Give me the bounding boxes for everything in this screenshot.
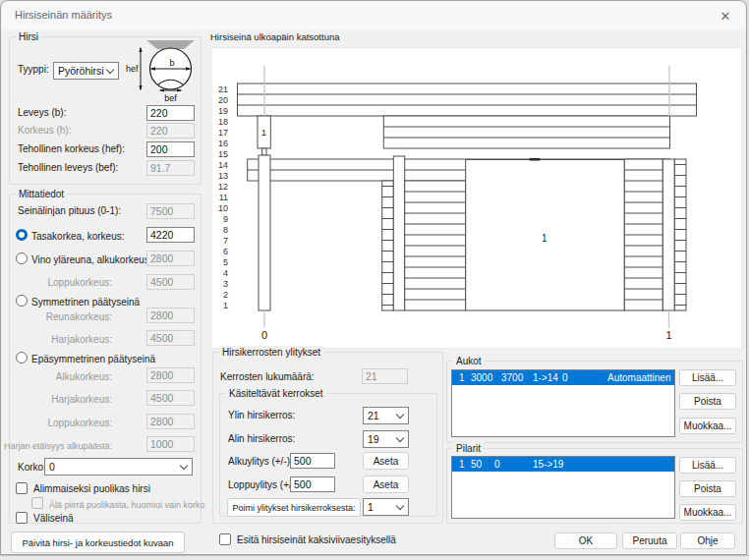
pilarit-muokkaa-button[interactable]: Muokkaa... (679, 504, 736, 521)
alin-hirsikerros-select[interactable]: 19 (363, 430, 409, 448)
tasakorkea-radio[interactable] (16, 229, 28, 241)
kerrosten-lukumaara-label: Kerrosten lukumäärä: (220, 371, 315, 383)
epasymmetrinen-radio[interactable] (16, 352, 28, 364)
paivita-button[interactable]: Päivitä hirsi- ja korkeustiedot kuvaan (11, 532, 185, 553)
korko-select[interactable]: 0 (44, 458, 193, 476)
symmetrinen-radio[interactable] (16, 295, 28, 307)
tehollinen-korkeus-field[interactable]: 200 (146, 141, 195, 157)
row-number-label: 17 (218, 128, 228, 138)
alkuylitys-field[interactable]: 500 (290, 453, 335, 469)
epasymmetrinen-label: Epäsymmetrinen päätyseinä (31, 354, 155, 365)
log-wall-dialog: Hirsiseinän määritys ✕ Hirsi Tyyppi: Pyö… (0, 0, 747, 555)
ohje-button[interactable]: Ohje (680, 532, 735, 549)
aukot-lisaa-button[interactable]: Lisää... (679, 369, 736, 386)
pilarit-list-row[interactable]: 1 50 0 15->19 (452, 457, 674, 472)
row-number-label: 11 (219, 193, 228, 202)
aseta-alkuylitys-button[interactable]: Aseta (363, 452, 409, 470)
korkeus-label: Korkeus (h): (18, 125, 71, 137)
chevron-down-icon (106, 66, 114, 74)
korkeus-field: 220 (146, 123, 195, 139)
aukot-poista-button[interactable]: Poista (679, 393, 736, 410)
tehollinen-korkeus-label: Tehollinen korkeus (hef): (18, 143, 125, 155)
wall-start-label: 0 (261, 329, 267, 341)
pilarit-lisaa-button[interactable]: Lisää... (679, 457, 736, 474)
ylin-hirsikerros-select[interactable]: 21 (363, 407, 409, 424)
harjakorkeus2-label: Harjakorkeus: (18, 394, 112, 406)
row-number-label: 18 (218, 117, 228, 127)
row-numbers: 212019181716151413121110987654321 (218, 84, 228, 310)
pilari-position: 0 (494, 459, 500, 470)
hirsi-group-legend: Hirsi (16, 30, 41, 43)
opening-1-label: 1 (542, 233, 547, 244)
row-number-label: 19 (218, 106, 228, 116)
ylitykset-group: Hirsikerrosten ylitykset Kerrosten lukum… (212, 352, 443, 524)
aukot-muokkaa-button[interactable]: Muokkaa... (679, 418, 736, 434)
diagram-bef-label: bef (164, 93, 177, 103)
pilarit-poista-button[interactable]: Poista (679, 480, 736, 497)
ala-piirra-checkbox (31, 497, 43, 509)
kerrosten-lukumaara-field: 21 (362, 368, 408, 384)
seinalinjan-pituus-label: Seinälinjan pituus (0-1): (18, 205, 121, 217)
poimi-ylitykset-button[interactable]: Poimi ylitykset hirsikerroksesta: (227, 498, 361, 517)
row-number-label: 1 (223, 301, 228, 310)
tasakorkea-label: Tasakorkea, korkeus: (31, 231, 125, 243)
aukko-type: Automaattinen (607, 372, 671, 383)
aukot-list[interactable]: 1 3000 3700 1->14 0 Automaattinen (451, 369, 675, 437)
diagram-b-label: b (169, 58, 174, 68)
right-crossing-logs (674, 159, 686, 310)
vino-ylareuna-radio[interactable] (16, 252, 28, 264)
log-cross-section-diagram: b bef hef (125, 39, 202, 104)
vino-ylareuna-label: Vino yläreuna, alkukorkeus: (31, 254, 152, 266)
row-number-label: 5 (223, 257, 228, 267)
pilari-rows: 15->19 (533, 459, 563, 470)
alin-hirsikerros-value: 19 (368, 433, 379, 445)
row-number-label: 6 (223, 247, 228, 256)
leveys-field[interactable]: 220 (146, 105, 195, 121)
title-bar[interactable]: Hirsiseinän määritys ✕ (1, 1, 746, 30)
pilari-width: 50 (471, 459, 482, 470)
aukko-position: 3700 (501, 372, 523, 383)
seinalinjan-pituus-field: 7500 (146, 203, 195, 219)
row-number-label: 21 (218, 84, 228, 94)
row-number-label: 3 (223, 279, 228, 289)
poimi-kerros-select[interactable]: 1 (363, 498, 409, 516)
valiseina-checkbox[interactable] (16, 512, 28, 524)
close-icon[interactable]: ✕ (717, 7, 734, 25)
pilarit-group-legend: Pilarit (453, 442, 484, 455)
kasiteltavat-kerrokset-group: Käsiteltävät kerrokset Ylin hirsikerros:… (219, 393, 437, 517)
right-corner-post (663, 159, 674, 310)
log-type-value: Pyöröhirsi (58, 65, 104, 77)
loppuylitys-field[interactable]: 500 (290, 476, 335, 492)
symmetrinen-label: Symmetrinen päätyseinä (31, 297, 140, 308)
mid-post (393, 156, 404, 310)
korko-value: 0 (49, 461, 55, 473)
row-number-label: 7 (223, 236, 228, 246)
wall-end-label: 1 (665, 329, 671, 341)
wall-drawing-canvas: 1 1 0 1 21201918171615141312111098765432… (211, 47, 742, 349)
puolikas-hirsi-checkbox[interactable] (16, 482, 28, 494)
tehollinen-leveys-label: Tehollinen leveys (bef): (18, 162, 118, 174)
row-number-label: 4 (223, 268, 228, 278)
kasiteltavat-kerrokset-legend: Käsiteltävät kerrokset (226, 387, 326, 400)
korko-label: Korko: (18, 462, 46, 474)
pilari-number: 1 (459, 459, 465, 470)
mittatiedot-group-legend: Mittatiedot (16, 188, 67, 200)
ok-button[interactable]: OK (554, 532, 617, 549)
loppukorkeus1-field: 4500 (146, 274, 195, 290)
peruuta-button[interactable]: Peruuta (622, 532, 677, 549)
row-number-label: 2 (223, 290, 228, 300)
aseta-loppuylitys-button[interactable]: Aseta (363, 476, 409, 493)
row-number-label: 9 (223, 214, 228, 224)
harjakorkeus1-field: 4500 (146, 330, 195, 346)
pilarit-list[interactable]: 1 50 0 15->19 (451, 456, 675, 519)
row-number-label: 8 (223, 225, 228, 235)
esita-kaksiviiva-checkbox[interactable] (219, 533, 231, 545)
reunakorkeus-label: Reunakorkeus: (18, 311, 112, 323)
aukot-group: Aukot 1 3000 3700 1->14 0 Automaattinen … (446, 361, 743, 443)
harjakorkeus1-label: Harjakorkeus: (18, 334, 112, 346)
log-type-select[interactable]: Pyöröhirsi (53, 62, 119, 80)
tasakorkea-field[interactable]: 4220 (146, 227, 195, 243)
valiseina-label: Väliseinä (33, 513, 74, 525)
aukot-list-row[interactable]: 1 3000 3700 1->14 0 Automaattinen (452, 370, 674, 385)
ala-piirra-label: Älä piirrä puolikasta, huomioi vain kork… (49, 499, 205, 511)
